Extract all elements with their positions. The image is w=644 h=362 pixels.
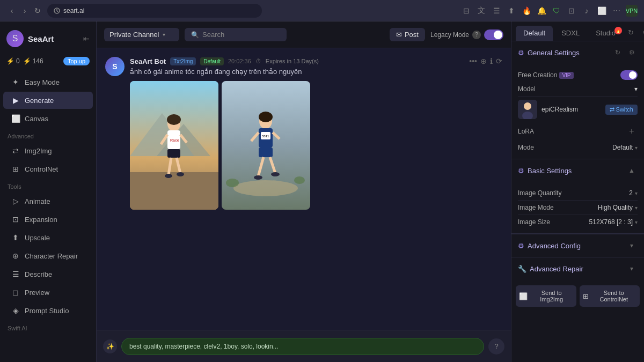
post-button[interactable]: ✉ Post <box>390 28 425 41</box>
advanced-repair-section[interactable]: 🔧 Advanced Repair ▾ <box>511 257 644 280</box>
action-icon-1[interactable]: ⊕ <box>480 57 487 65</box>
sidebar-item-upscale[interactable]: ⬆ Upscale <box>3 229 93 246</box>
top-up-button[interactable]: Top up <box>63 57 90 65</box>
upscale-icon: ⬆ <box>11 233 20 242</box>
music-icon[interactable]: ♪ <box>581 5 592 17</box>
expansion-icon: ⊡ <box>11 215 20 224</box>
sidebar-item-describe[interactable]: ☰ Describe <box>3 265 93 283</box>
describe-icon: ☰ <box>11 270 20 278</box>
bot-name: SeaArt Bot <box>130 57 166 65</box>
sidebar-item-generate[interactable]: ▶ Generate <box>3 92 93 109</box>
svg-rect-10 <box>167 149 180 158</box>
help-icon[interactable]: ? <box>472 31 481 39</box>
sidebar-item-canvas[interactable]: ⬜ Canvas <box>3 110 93 127</box>
sidebar-item-img2img[interactable]: ⇄ Img2Img <box>3 142 93 159</box>
sidebar-item-character-repair[interactable]: ⊕ Character Repair <box>3 247 93 264</box>
advanced-config-icon: ⚙ <box>518 242 524 250</box>
alert-icon[interactable]: 🔔 <box>536 5 547 17</box>
address-bar[interactable]: seart.ai <box>47 4 262 18</box>
tab-studio[interactable]: Studio 🔥 <box>588 26 623 41</box>
badge-txt2img: Txt2Img <box>170 57 196 65</box>
sidebar-item-easy-mode[interactable]: ✦ Easy Mode <box>3 73 93 91</box>
sidebar: S SeaArt ⇤ ⚡ 0 ⚡ 146 Top up ✦ Easy Mode … <box>0 21 97 362</box>
tools-section-label: Tools <box>0 180 96 192</box>
studio-fire-badge: 🔥 <box>614 27 622 34</box>
help-button[interactable]: ? <box>488 338 504 354</box>
basic-settings-content: Image Quantity 2 ▾ Image Mode High Quali… <box>511 182 644 233</box>
sidebar-label-generate: Generate <box>25 97 54 105</box>
general-config-icon[interactable]: ⚙ <box>626 47 638 58</box>
image-card-1[interactable]: Race <box>130 81 218 210</box>
sidebar-label-prompt-studio: Prompt Studio <box>25 307 69 315</box>
sidebar-item-controlnet[interactable]: ⊞ ControlNet <box>3 160 93 178</box>
general-settings-header[interactable]: ⚙ General Settings ↻ ⚙ <box>511 41 644 64</box>
basic-settings-header[interactable]: ⚙ Basic Settings ▲ <box>511 159 644 182</box>
image-size-value[interactable]: 512X768 [2 : 3] ▾ <box>589 218 638 226</box>
menu-icon[interactable]: ⋯ <box>611 5 623 17</box>
image-mode-row: Image Mode High Quality ▾ <box>518 201 638 215</box>
svg-point-13 <box>165 174 172 178</box>
more-actions-icon[interactable]: ••• <box>469 57 477 65</box>
sidebar-item-animate[interactable]: ▷ Animate <box>3 193 93 210</box>
tab-default[interactable]: Default <box>516 26 553 41</box>
advanced-config-section[interactable]: ⚙ Advanced Config ▾ <box>511 234 644 257</box>
panel-refresh-icon[interactable]: ↻ <box>624 26 637 39</box>
image-mode-value[interactable]: High Quality ▾ <box>598 204 638 211</box>
mode-label: Mode <box>518 144 534 151</box>
shield-icon[interactable]: 🛡 <box>551 5 562 17</box>
post-label: Post <box>405 31 419 39</box>
advanced-repair-icon: 🔧 <box>518 265 526 273</box>
action-icon-2[interactable]: ℹ <box>490 57 493 65</box>
legacy-toggle-switch[interactable] <box>484 29 503 40</box>
panel-settings-icon[interactable]: ⚙ <box>639 26 644 39</box>
sidebar-label-animate: Animate <box>25 197 50 205</box>
sidebar-item-expansion[interactable]: ⊡ Expansion <box>3 211 93 228</box>
message-content: SeaArt Bot Txt2Img Default 20:02:36 ⏱ Ex… <box>130 57 502 210</box>
search-bar[interactable]: 🔍 Search <box>185 28 287 41</box>
share-icon[interactable]: ⬆ <box>506 5 517 17</box>
image-size-row: Image Size 512X768 [2 : 3] ▾ <box>518 215 638 229</box>
send-to-controlnet-button[interactable]: ⊞ Send to ControlNet <box>580 285 640 307</box>
badge-default: Default <box>200 57 224 65</box>
switch-model-button[interactable]: ⇄ Switch <box>605 105 638 115</box>
basic-settings-icon: ⚙ <box>518 167 524 175</box>
channel-selector[interactable]: Private Channel ▾ <box>104 28 179 41</box>
bolt-icon: ⚡ <box>23 57 31 65</box>
legacy-mode-toggle[interactable]: Legacy Mode ? <box>430 29 503 40</box>
mode-value: Default ▾ <box>612 144 638 151</box>
add-lora-button[interactable]: + <box>626 125 638 137</box>
message-header: SeaArt Bot Txt2Img Default 20:02:36 ⏱ Ex… <box>130 57 502 65</box>
sidebar-item-preview[interactable]: ◻ Preview <box>3 284 93 301</box>
controlnet-icon: ⊞ <box>11 165 20 173</box>
basic-collapse-icon[interactable]: ▲ <box>626 165 638 176</box>
action-icon-3[interactable]: ⟳ <box>496 57 502 65</box>
notes-icon[interactable]: ☰ <box>491 5 502 17</box>
free-creation-toggle[interactable] <box>620 70 638 80</box>
sidebar-title: SeaArt <box>28 34 79 43</box>
back-button[interactable]: ‹ <box>6 5 17 16</box>
prompt-input[interactable]: best quality, masterpiece, clelv2, 1boy,… <box>121 338 484 355</box>
panel-header-icons: ↻ ⚙ <box>624 26 644 41</box>
general-refresh-icon[interactable]: ↻ <box>612 47 624 58</box>
browser-bar: ‹ › ↻ seart.ai ⊟ 文 ☰ ⬆ 🔥 🔔 🛡 ⊡ ♪ ⬜ ⋯ VPN <box>0 0 644 21</box>
fire-icon[interactable]: 🔥 <box>521 5 532 17</box>
refresh-button[interactable]: ↻ <box>32 5 43 16</box>
general-settings-content: Free Creation VIP Model ▾ <box>511 64 644 159</box>
extensions-icon[interactable]: ⊡ <box>566 5 577 17</box>
prompt-text: best quality, masterpiece, clelv2, 1boy,… <box>129 343 279 350</box>
svg-point-21 <box>259 112 273 122</box>
sidebar-item-prompt-studio[interactable]: ◈ Prompt Studio <box>3 302 93 319</box>
send-img2img-icon: ⬜ <box>519 292 528 300</box>
image-card-2[interactable]: 5511 <box>222 81 310 210</box>
translate-icon[interactable]: 文 <box>475 5 487 17</box>
sidebar-toggle-icon[interactable]: ⇤ <box>83 34 90 43</box>
send-to-img2img-button[interactable]: ⬜ Send to Img2Img <box>516 285 576 307</box>
toggle-knob <box>494 31 502 39</box>
window-icon[interactable]: ⬜ <box>596 5 608 17</box>
browser-actions: ⊟ 文 ☰ ⬆ 🔥 🔔 🛡 ⊡ ♪ ⬜ ⋯ VPN <box>460 5 638 17</box>
vpn-label[interactable]: VPN <box>626 5 638 17</box>
image-quantity-value[interactable]: 2 ▾ <box>629 189 638 197</box>
tab-sdxl[interactable]: SDXL <box>554 26 587 41</box>
forward-button[interactable]: › <box>19 5 30 16</box>
bookmark-icon[interactable]: ⊟ <box>460 5 472 17</box>
